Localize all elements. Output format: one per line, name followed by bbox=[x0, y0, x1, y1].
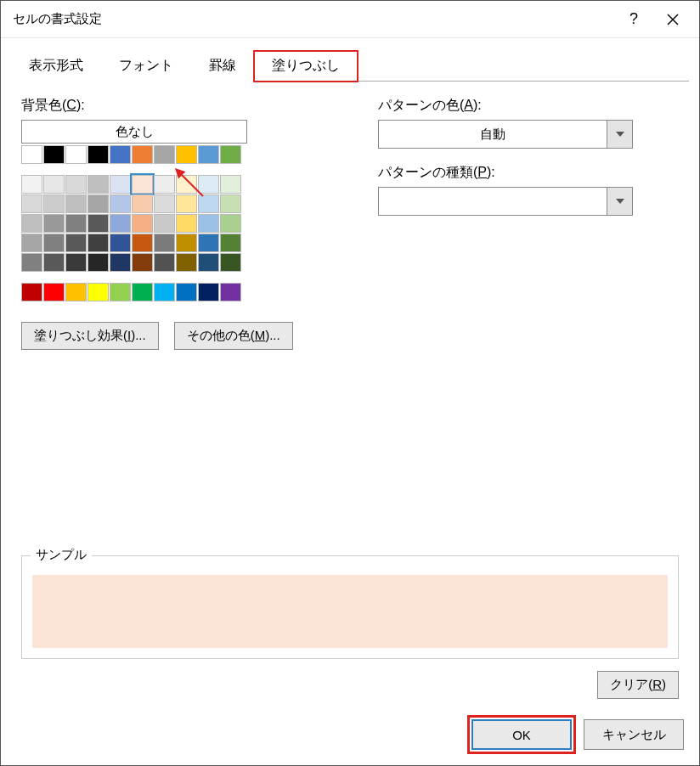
color-swatch[interactable] bbox=[154, 253, 175, 272]
color-swatch[interactable] bbox=[21, 194, 42, 213]
color-swatch[interactable] bbox=[220, 145, 241, 164]
pattern-type-dropdown[interactable] bbox=[607, 188, 632, 215]
color-swatch[interactable] bbox=[132, 145, 153, 164]
color-swatch[interactable] bbox=[198, 253, 219, 272]
color-swatch[interactable] bbox=[220, 253, 241, 272]
color-swatch[interactable] bbox=[88, 145, 109, 164]
tab-1[interactable]: フォント bbox=[101, 51, 191, 82]
dialog-title: セルの書式設定 bbox=[13, 11, 614, 27]
color-swatch[interactable] bbox=[88, 194, 109, 213]
color-swatch[interactable] bbox=[65, 194, 87, 213]
more-colors-button[interactable]: その他の色(M)... bbox=[174, 322, 293, 350]
color-swatch[interactable] bbox=[132, 283, 153, 301]
color-swatch[interactable] bbox=[43, 283, 65, 301]
color-swatch[interactable] bbox=[43, 253, 65, 272]
color-swatch[interactable] bbox=[110, 234, 131, 252]
chevron-down-icon bbox=[616, 199, 624, 204]
pattern-color-dropdown[interactable] bbox=[607, 121, 632, 148]
color-swatch[interactable] bbox=[220, 283, 241, 301]
color-swatch[interactable] bbox=[21, 253, 42, 272]
color-swatch[interactable] bbox=[198, 194, 219, 213]
color-swatch[interactable] bbox=[21, 234, 42, 252]
color-swatch[interactable] bbox=[65, 175, 87, 194]
color-swatch[interactable] bbox=[154, 145, 175, 164]
color-swatch[interactable] bbox=[154, 234, 175, 252]
color-swatch[interactable] bbox=[65, 253, 87, 272]
no-color-button[interactable]: 色なし bbox=[21, 120, 247, 144]
color-swatch[interactable] bbox=[198, 175, 219, 194]
cancel-button[interactable]: キャンセル bbox=[584, 719, 684, 750]
tab-2[interactable]: 罫線 bbox=[191, 51, 254, 82]
color-swatch[interactable] bbox=[176, 234, 197, 252]
color-swatch[interactable] bbox=[43, 214, 65, 233]
color-swatch[interactable] bbox=[154, 214, 175, 233]
color-swatch[interactable] bbox=[43, 194, 65, 213]
color-swatch[interactable] bbox=[65, 214, 87, 233]
sample-preview bbox=[32, 575, 668, 648]
color-swatch[interactable] bbox=[220, 214, 241, 233]
color-swatch[interactable] bbox=[65, 145, 87, 164]
pattern-type-combo[interactable] bbox=[378, 187, 633, 216]
tab-0[interactable]: 表示形式 bbox=[11, 51, 101, 82]
color-swatch[interactable] bbox=[220, 194, 241, 213]
color-swatch[interactable] bbox=[176, 253, 197, 272]
color-swatch-grid bbox=[21, 145, 327, 301]
tab-bar: 表示形式フォント罫線塗りつぶし bbox=[1, 38, 699, 81]
dialog-footer: OK キャンセル bbox=[1, 709, 699, 765]
color-swatch[interactable] bbox=[88, 234, 109, 252]
color-swatch[interactable] bbox=[21, 214, 42, 233]
color-swatch[interactable] bbox=[110, 283, 131, 301]
fill-panel: 背景色(C): 色なし bbox=[1, 82, 699, 709]
color-swatch[interactable] bbox=[43, 145, 65, 164]
color-swatch[interactable] bbox=[110, 194, 131, 213]
color-swatch[interactable] bbox=[176, 175, 197, 194]
color-swatch[interactable] bbox=[220, 175, 241, 194]
color-swatch[interactable] bbox=[88, 253, 109, 272]
close-icon bbox=[667, 14, 679, 25]
color-swatch[interactable] bbox=[132, 194, 153, 213]
color-swatch[interactable] bbox=[21, 145, 42, 164]
color-swatch[interactable] bbox=[65, 283, 87, 301]
color-swatch[interactable] bbox=[132, 175, 153, 194]
color-swatch[interactable] bbox=[43, 234, 65, 252]
color-swatch[interactable] bbox=[198, 234, 219, 252]
color-swatch[interactable] bbox=[132, 234, 153, 252]
color-swatch[interactable] bbox=[176, 283, 197, 301]
color-swatch[interactable] bbox=[21, 283, 42, 301]
close-button[interactable] bbox=[653, 1, 692, 38]
color-swatch[interactable] bbox=[110, 214, 131, 233]
titlebar: セルの書式設定 ? bbox=[1, 1, 699, 38]
color-swatch[interactable] bbox=[110, 145, 131, 164]
color-swatch[interactable] bbox=[220, 234, 241, 252]
help-button[interactable]: ? bbox=[614, 1, 653, 38]
color-swatch[interactable] bbox=[154, 283, 175, 301]
color-swatch[interactable] bbox=[154, 175, 175, 194]
color-swatch[interactable] bbox=[176, 214, 197, 233]
color-swatch[interactable] bbox=[132, 214, 153, 233]
color-swatch[interactable] bbox=[88, 175, 109, 194]
color-swatch[interactable] bbox=[21, 175, 42, 194]
color-swatch[interactable] bbox=[176, 194, 197, 213]
color-swatch[interactable] bbox=[198, 214, 219, 233]
color-swatch[interactable] bbox=[110, 175, 131, 194]
color-swatch[interactable] bbox=[198, 145, 219, 164]
color-swatch[interactable] bbox=[154, 194, 175, 213]
clear-button[interactable]: クリア(R) bbox=[597, 671, 679, 699]
ok-button[interactable]: OK bbox=[471, 719, 572, 750]
chevron-down-icon bbox=[616, 132, 624, 137]
fill-effects-button[interactable]: 塗りつぶし効果(I)... bbox=[21, 322, 159, 350]
tab-3[interactable]: 塗りつぶし bbox=[254, 51, 358, 82]
pattern-color-combo[interactable]: 自動 bbox=[378, 120, 633, 149]
color-swatch[interactable] bbox=[198, 283, 219, 301]
color-swatch[interactable] bbox=[110, 253, 131, 272]
pattern-type-value bbox=[379, 188, 607, 215]
color-swatch[interactable] bbox=[88, 214, 109, 233]
color-swatch[interactable] bbox=[176, 145, 197, 164]
color-swatch[interactable] bbox=[132, 253, 153, 272]
color-swatch[interactable] bbox=[43, 175, 65, 194]
color-swatch[interactable] bbox=[65, 234, 87, 252]
color-swatch[interactable] bbox=[88, 283, 109, 301]
pattern-color-value: 自動 bbox=[379, 121, 607, 148]
sample-group: サンプル bbox=[21, 555, 679, 659]
bgcolor-label: 背景色(C): bbox=[21, 97, 327, 115]
